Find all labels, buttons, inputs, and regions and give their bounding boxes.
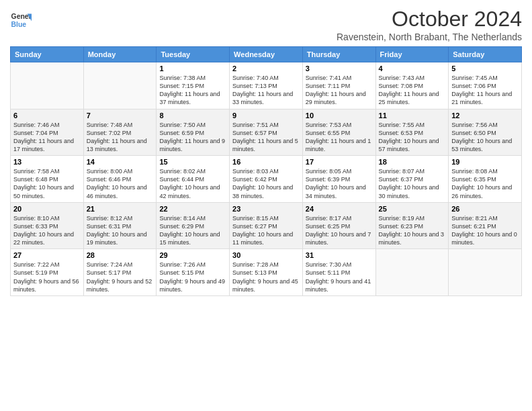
day-number: 7 <box>87 111 154 120</box>
day-number: 6 <box>13 111 81 120</box>
day-number: 25 <box>379 205 446 213</box>
day-number: 16 <box>232 158 300 166</box>
col-saturday: Saturday <box>449 47 522 62</box>
col-wednesday: Wednesday <box>230 47 303 62</box>
col-monday: Monday <box>83 47 157 62</box>
table-row <box>11 62 84 109</box>
day-number: 21 <box>87 205 154 213</box>
table-row <box>83 62 157 109</box>
svg-text:Blue: Blue <box>11 21 27 28</box>
table-row: 1Sunrise: 7:38 AM Sunset: 7:15 PM Daylig… <box>157 62 230 109</box>
day-number: 10 <box>306 111 373 120</box>
day-number: 23 <box>232 205 300 213</box>
day-number: 15 <box>159 158 226 166</box>
day-info: Sunrise: 8:21 AM Sunset: 6:21 PM Dayligh… <box>451 214 519 247</box>
day-info: Sunrise: 7:45 AM Sunset: 7:06 PM Dayligh… <box>451 74 519 107</box>
day-info: Sunrise: 8:02 AM Sunset: 6:44 PM Dayligh… <box>159 167 226 200</box>
day-number: 18 <box>379 158 446 166</box>
day-number: 4 <box>379 64 446 73</box>
day-number: 3 <box>306 64 373 73</box>
col-sunday: Sunday <box>11 47 84 62</box>
day-info: Sunrise: 7:58 AM Sunset: 6:48 PM Dayligh… <box>13 167 81 200</box>
table-row: 6Sunrise: 7:46 AM Sunset: 7:04 PM Daylig… <box>11 109 84 156</box>
day-number: 20 <box>13 205 81 213</box>
day-info: Sunrise: 8:08 AM Sunset: 6:35 PM Dayligh… <box>451 167 519 200</box>
table-row: 23Sunrise: 8:15 AM Sunset: 6:27 PM Dayli… <box>230 202 303 249</box>
day-info: Sunrise: 8:03 AM Sunset: 6:42 PM Dayligh… <box>232 167 300 200</box>
col-thursday: Thursday <box>302 47 375 62</box>
day-number: 22 <box>159 205 226 213</box>
table-row: 13Sunrise: 7:58 AM Sunset: 6:48 PM Dayli… <box>11 156 84 203</box>
table-row: 20Sunrise: 8:10 AM Sunset: 6:33 PM Dayli… <box>11 202 84 249</box>
table-row: 22Sunrise: 8:14 AM Sunset: 6:29 PM Dayli… <box>157 202 230 249</box>
day-info: Sunrise: 7:46 AM Sunset: 7:04 PM Dayligh… <box>13 121 81 154</box>
table-row: 28Sunrise: 7:24 AM Sunset: 5:17 PM Dayli… <box>83 249 157 296</box>
calendar-week-row: 20Sunrise: 8:10 AM Sunset: 6:33 PM Dayli… <box>11 202 522 249</box>
table-row: 21Sunrise: 8:12 AM Sunset: 6:31 PM Dayli… <box>83 202 157 249</box>
day-number: 17 <box>306 158 373 166</box>
table-row: 8Sunrise: 7:50 AM Sunset: 6:59 PM Daylig… <box>157 109 230 156</box>
table-row: 14Sunrise: 8:00 AM Sunset: 6:46 PM Dayli… <box>83 156 157 203</box>
subtitle: Ravenstein, North Brabant, The Netherlan… <box>337 32 522 42</box>
day-number: 30 <box>232 251 300 259</box>
day-info: Sunrise: 8:14 AM Sunset: 6:29 PM Dayligh… <box>159 214 226 247</box>
day-info: Sunrise: 7:43 AM Sunset: 7:08 PM Dayligh… <box>379 74 446 107</box>
day-number: 24 <box>306 205 373 213</box>
table-row: 30Sunrise: 7:28 AM Sunset: 5:13 PM Dayli… <box>230 249 303 296</box>
table-row: 10Sunrise: 7:53 AM Sunset: 6:55 PM Dayli… <box>302 109 375 156</box>
day-info: Sunrise: 7:30 AM Sunset: 5:11 PM Dayligh… <box>306 261 373 293</box>
table-row: 26Sunrise: 8:21 AM Sunset: 6:21 PM Dayli… <box>449 202 522 249</box>
day-info: Sunrise: 7:24 AM Sunset: 5:17 PM Dayligh… <box>87 261 154 293</box>
day-number: 8 <box>159 111 226 120</box>
day-number: 13 <box>13 158 81 166</box>
table-row: 17Sunrise: 8:05 AM Sunset: 6:39 PM Dayli… <box>302 156 375 203</box>
day-info: Sunrise: 8:05 AM Sunset: 6:39 PM Dayligh… <box>306 167 373 200</box>
day-info: Sunrise: 7:53 AM Sunset: 6:55 PM Dayligh… <box>306 121 373 154</box>
table-row: 25Sunrise: 8:19 AM Sunset: 6:23 PM Dayli… <box>375 202 449 249</box>
col-friday: Friday <box>375 47 449 62</box>
day-info: Sunrise: 7:38 AM Sunset: 7:15 PM Dayligh… <box>159 74 226 107</box>
day-info: Sunrise: 8:00 AM Sunset: 6:46 PM Dayligh… <box>87 167 154 200</box>
calendar-header-row: Sunday Monday Tuesday Wednesday Thursday… <box>11 47 522 62</box>
table-row: 15Sunrise: 8:02 AM Sunset: 6:44 PM Dayli… <box>157 156 230 203</box>
page: General Blue October 2024 Ravenstein, No… <box>0 0 532 411</box>
table-row: 2Sunrise: 7:40 AM Sunset: 7:13 PM Daylig… <box>230 62 303 109</box>
day-number: 12 <box>451 111 519 120</box>
day-info: Sunrise: 7:55 AM Sunset: 6:53 PM Dayligh… <box>379 121 446 154</box>
day-number: 19 <box>451 158 519 166</box>
table-row <box>375 249 449 296</box>
logo-icon: General Blue <box>10 9 32 31</box>
col-tuesday: Tuesday <box>157 47 230 62</box>
day-info: Sunrise: 7:41 AM Sunset: 7:11 PM Dayligh… <box>306 74 373 107</box>
day-number: 2 <box>232 64 300 73</box>
calendar-week-row: 27Sunrise: 7:22 AM Sunset: 5:19 PM Dayli… <box>11 249 522 296</box>
day-info: Sunrise: 7:50 AM Sunset: 6:59 PM Dayligh… <box>159 121 226 154</box>
calendar-table: Sunday Monday Tuesday Wednesday Thursday… <box>10 46 522 296</box>
table-row: 12Sunrise: 7:56 AM Sunset: 6:50 PM Dayli… <box>449 109 522 156</box>
table-row: 31Sunrise: 7:30 AM Sunset: 5:11 PM Dayli… <box>302 249 375 296</box>
day-info: Sunrise: 7:51 AM Sunset: 6:57 PM Dayligh… <box>232 121 300 154</box>
table-row: 16Sunrise: 8:03 AM Sunset: 6:42 PM Dayli… <box>230 156 303 203</box>
table-row: 3Sunrise: 7:41 AM Sunset: 7:11 PM Daylig… <box>302 62 375 109</box>
day-info: Sunrise: 8:19 AM Sunset: 6:23 PM Dayligh… <box>379 214 446 247</box>
header: General Blue October 2024 Ravenstein, No… <box>10 7 522 42</box>
logo: General Blue <box>10 9 33 31</box>
table-row: 7Sunrise: 7:48 AM Sunset: 7:02 PM Daylig… <box>83 109 157 156</box>
day-info: Sunrise: 8:12 AM Sunset: 6:31 PM Dayligh… <box>87 214 154 247</box>
calendar-week-row: 1Sunrise: 7:38 AM Sunset: 7:15 PM Daylig… <box>11 62 522 109</box>
day-number: 29 <box>159 251 226 259</box>
day-info: Sunrise: 7:56 AM Sunset: 6:50 PM Dayligh… <box>451 121 519 154</box>
table-row: 4Sunrise: 7:43 AM Sunset: 7:08 PM Daylig… <box>375 62 449 109</box>
table-row: 27Sunrise: 7:22 AM Sunset: 5:19 PM Dayli… <box>11 249 84 296</box>
day-info: Sunrise: 7:48 AM Sunset: 7:02 PM Dayligh… <box>87 121 154 154</box>
table-row: 5Sunrise: 7:45 AM Sunset: 7:06 PM Daylig… <box>449 62 522 109</box>
day-info: Sunrise: 8:10 AM Sunset: 6:33 PM Dayligh… <box>13 214 81 247</box>
table-row: 18Sunrise: 8:07 AM Sunset: 6:37 PM Dayli… <box>375 156 449 203</box>
day-number: 11 <box>379 111 446 120</box>
day-number: 14 <box>87 158 154 166</box>
title-section: October 2024 Ravenstein, North Brabant, … <box>337 7 522 42</box>
table-row: 24Sunrise: 8:17 AM Sunset: 6:25 PM Dayli… <box>302 202 375 249</box>
table-row: 29Sunrise: 7:26 AM Sunset: 5:15 PM Dayli… <box>157 249 230 296</box>
calendar-week-row: 13Sunrise: 7:58 AM Sunset: 6:48 PM Dayli… <box>11 156 522 203</box>
table-row: 9Sunrise: 7:51 AM Sunset: 6:57 PM Daylig… <box>230 109 303 156</box>
